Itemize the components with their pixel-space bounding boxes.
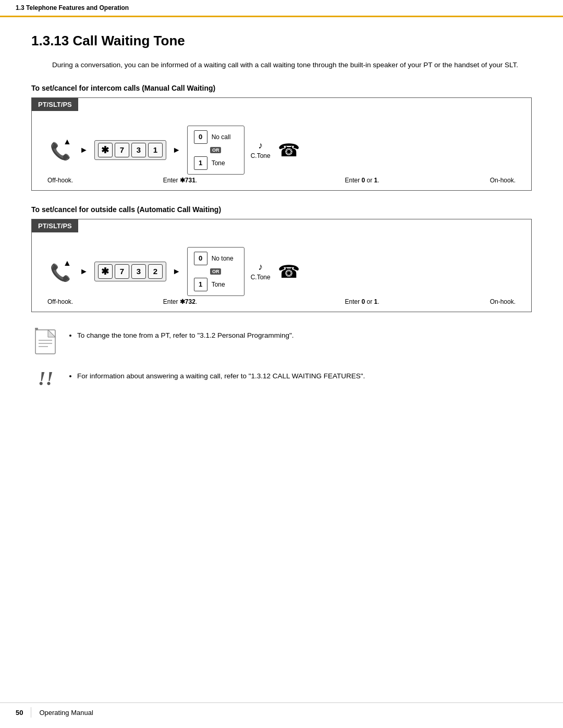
diagram-box-1: PT/SLT/PS 📞 ▲ ► ✱ 7 3: [31, 97, 532, 191]
footer: 50 Operating Manual: [0, 702, 563, 718]
onhook-phone-icon-2: ☎: [277, 258, 302, 285]
ctone-area-2: ♪ C.Tone: [251, 262, 271, 281]
key-3-1: 3: [131, 143, 146, 157]
choice-row-0-2: 0 No tone: [194, 252, 238, 265]
choice-key-1-2: 1: [194, 278, 207, 291]
choice-label-notone: No tone: [212, 255, 234, 262]
page-title: 1.3.13 Call Waiting Tone: [31, 33, 532, 49]
choice-box-1: 0 No call OR 1 Tone: [187, 126, 244, 175]
caption-offhook-2: Off-hook.: [47, 298, 89, 305]
caption-enter1: Enter ✱731.: [89, 177, 271, 184]
arrow-3: ►: [80, 267, 88, 276]
choice-row-1-2: 1 Tone: [194, 278, 238, 291]
diagram-box-2: PT/SLT/PS 📞 ▲ ► ✱ 7 3 2: [31, 219, 532, 312]
diagram-header-2: PT/SLT/PS: [32, 219, 78, 232]
choice-row-0-1: 0 No call: [194, 130, 238, 144]
intro-text: During a conversation, you can be inform…: [52, 59, 532, 71]
svg-text:▲: ▲: [63, 137, 71, 146]
svg-rect-6: [35, 330, 55, 354]
choice-label-tone-2: Tone: [212, 281, 225, 288]
diagram-header-1: PT/SLT/PS: [32, 98, 78, 111]
caption-enter01: Enter 0 or 1.: [271, 177, 453, 184]
key-sequence-2: ✱ 7 3 2: [94, 262, 166, 281]
choice-label-nocall: No call: [212, 133, 231, 141]
key-star-2: ✱: [98, 264, 113, 279]
diagram-body-2: 📞 ▲ ► ✱ 7 3 2 ► 0: [32, 232, 531, 312]
choice-key-0-2: 0: [194, 252, 207, 265]
offhook-phone-icon-1: 📞 ▲: [47, 136, 74, 164]
footer-page-number: 50: [16, 709, 23, 717]
svg-text:▲: ▲: [63, 258, 71, 267]
key-7-2: 7: [115, 264, 129, 279]
arrow-2: ►: [173, 145, 181, 155]
caption-row-2: Off-hook. Enter ✱732. Enter 0 or 1. On-h…: [42, 298, 521, 305]
arrow-4: ►: [173, 267, 181, 276]
key-sequence-1: ✱ 7 3 1: [94, 140, 166, 160]
footer-title: Operating Manual: [39, 709, 93, 717]
choice-label-tone-1: Tone: [212, 159, 225, 167]
onhook-phone-icon-1: ☎: [277, 137, 302, 163]
key-3-2: 3: [131, 264, 146, 279]
arrow-1: ►: [80, 145, 88, 155]
ctone-note-icon-2: ♪: [258, 262, 263, 273]
caption-enter2: Enter ✱732.: [89, 298, 271, 305]
svg-text:☎: ☎: [278, 140, 300, 160]
ctone-note-icon-1: ♪: [258, 140, 263, 151]
caption-onhook-2: On-hook.: [453, 298, 516, 305]
breadcrumb-text: 1.3 Telephone Features and Operation: [16, 4, 129, 11]
key-7-1: 7: [115, 143, 129, 157]
note-text-1: To change the tone from a PT, refer to "…: [77, 329, 294, 339]
caption-onhook-1: On-hook.: [453, 177, 516, 184]
flow-row-2: 📞 ▲ ► ✱ 7 3 2 ► 0: [42, 242, 521, 296]
or-badge-1: OR: [210, 147, 222, 153]
note-paper-icon: [31, 327, 60, 358]
caption-offhook-1: Off-hook.: [47, 177, 89, 184]
caption-row-1: Off-hook. Enter ✱731. Enter 0 or 1. On-h…: [42, 177, 521, 184]
svg-text:☎: ☎: [278, 262, 300, 281]
header-breadcrumb: 1.3 Telephone Features and Operation: [0, 0, 563, 17]
choice-key-1-1: 1: [194, 156, 207, 170]
caption-enter02: Enter 0 or 1.: [271, 298, 453, 305]
note-section-2: !! For information about answering a wai…: [31, 367, 532, 388]
key-1-1: 1: [148, 143, 163, 157]
note-text-2: For information about answering a waitin…: [77, 370, 365, 380]
ctone-label-2: C.Tone: [251, 274, 271, 281]
flow-row-1: 📞 ▲ ► ✱ 7 3 1 ► 0: [42, 120, 521, 175]
ctone-label-1: C.Tone: [251, 152, 271, 159]
choice-key-0-1: 0: [194, 130, 207, 144]
note-section-1: To change the tone from a PT, refer to "…: [31, 327, 532, 358]
footer-divider: [31, 707, 31, 718]
choice-row-1-1: 1 Tone: [194, 156, 238, 170]
key-star-1: ✱: [98, 143, 113, 157]
choice-box-2: 0 No tone OR 1 Tone: [187, 247, 244, 296]
section2-heading: To set/cancel for outside calls (Automat…: [31, 205, 532, 214]
main-content: 1.3.13 Call Waiting Tone During a conver…: [0, 17, 563, 418]
or-badge-2: OR: [210, 268, 222, 275]
offhook-phone-icon-2: 📞 ▲: [47, 257, 74, 285]
diagram-body-1: 📞 ▲ ► ✱ 7 3 1 ► 0: [32, 111, 531, 190]
key-2-2: 2: [148, 264, 163, 279]
note-exclaim-icon: !!: [31, 367, 60, 388]
section1-heading: To set/cancel for intercom calls (Manual…: [31, 84, 532, 92]
ctone-area-1: ♪ C.Tone: [251, 140, 271, 159]
